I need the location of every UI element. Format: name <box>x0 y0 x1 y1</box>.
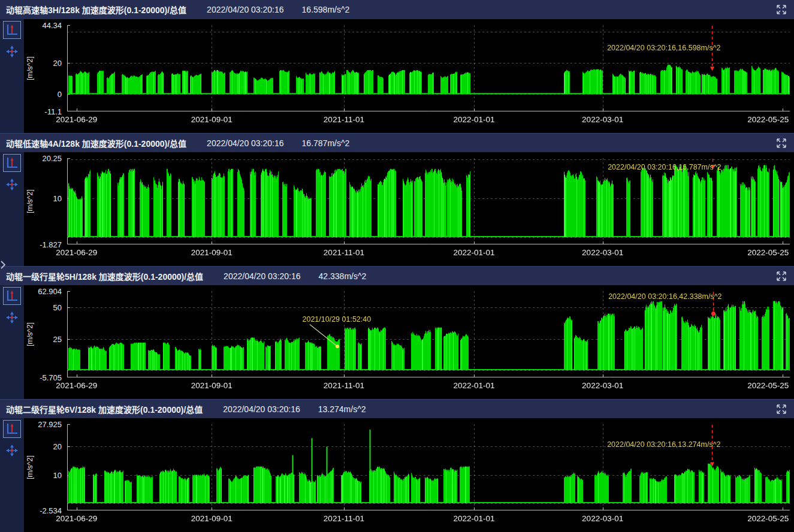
panel-header: 动辊高速轴3H/128k 加速度波形(0.1-20000)/总值 2022/04… <box>0 0 794 19</box>
x-tick-label: 2021-11-01 <box>324 248 364 257</box>
x-tick-label: 2022-01-01 <box>453 514 494 523</box>
pan-move-icon[interactable] <box>5 44 19 59</box>
x-tick-label: 2021-11-01 <box>324 381 364 390</box>
chart-toolbar <box>0 152 24 266</box>
autoscale-axis-icon[interactable] <box>3 21 21 39</box>
panel-body: [m/s^2] 27.9252010-2.534 2022/04/20 03:2… <box>0 418 794 532</box>
y-tick-label: 20 <box>53 442 62 451</box>
pan-move-icon[interactable] <box>5 443 19 458</box>
y-axis-tick-labels: 27.9252010-2.534 <box>34 424 64 510</box>
panel-overall-value: 16.598m/s^2 <box>302 5 350 14</box>
x-tick-label: 2021-11-01 <box>324 514 364 523</box>
panel-timestamp: 2022/04/20 03:20:16 <box>207 138 283 148</box>
x-tick-label: 2022-03-01 <box>582 115 623 124</box>
x-axis-tick-labels: 2021-06-292021-09-012021-11-012022-01-01… <box>67 115 790 127</box>
x-tick-label: 2022-01-01 <box>453 115 494 124</box>
panel-body: [m/s^2] 44.34200-11.1 2022/04/20 03:20:1… <box>0 19 794 133</box>
x-tick-label: 2022-01-01 <box>453 248 494 257</box>
x-axis-tick-labels: 2021-06-292021-09-012021-11-012022-01-01… <box>67 381 790 393</box>
y-axis-tick-labels: 20.2510-1.827 <box>34 158 64 244</box>
chart-toolbar <box>0 285 24 399</box>
panel-body: [m/s^2] 20.2510-1.827 2022/04/20 03:20:1… <box>0 152 794 266</box>
waveform-canvas <box>67 424 790 510</box>
x-tick-label: 2022-03-01 <box>582 381 623 390</box>
chart-panel: 动辊二级行星轮6V/128k 加速度波形(0.1-20000)/总值 2022/… <box>0 399 794 532</box>
x-tick-label: 2021-09-01 <box>191 514 233 523</box>
autoscale-axis-icon[interactable] <box>3 154 21 172</box>
chart-panel: 动辊低速轴4A/128k 加速度波形(0.1-20000)/总值 2022/04… <box>0 133 794 266</box>
plot-area[interactable]: 2022/04/20 03:20:16,13.274m/s^2 <box>67 424 790 510</box>
x-tick-label: 2021-06-29 <box>56 381 97 390</box>
x-tick-label: 2022-01-01 <box>453 381 494 390</box>
y-tick-label: 25 <box>53 334 62 343</box>
vibration-trend-dashboard: 动辊高速轴3H/128k 加速度波形(0.1-20000)/总值 2022/04… <box>0 0 794 532</box>
panel-title: 动辊高速轴3H/128k 加速度波形(0.1-20000)/总值 <box>6 4 186 16</box>
x-tick-label: 2021-09-01 <box>191 248 233 257</box>
panel-header: 动辊二级行星轮6V/128k 加速度波形(0.1-20000)/总值 2022/… <box>0 399 794 418</box>
x-tick-label: 2021-11-01 <box>324 115 364 124</box>
panel-title: 动辊二级行星轮6V/128k 加速度波形(0.1-20000)/总值 <box>6 403 203 415</box>
y-tick-label: 10 <box>53 194 62 202</box>
y-axis-unit-label: [m/s^2] <box>25 424 34 510</box>
y-tick-label: 50 <box>53 303 62 312</box>
x-tick-label: 2022-05-25 <box>747 514 789 523</box>
panel-overall-value: 13.274m/s^2 <box>318 404 366 414</box>
y-tick-label: 27.925 <box>38 420 62 429</box>
x-tick-label: 2021-06-29 <box>56 115 97 124</box>
pan-move-icon[interactable] <box>5 177 19 192</box>
x-tick-label: 2021-06-29 <box>56 514 97 523</box>
panel-header: 动辊一级行星轮5H/128k 加速度波形(0.1-20000)/总值 2022/… <box>0 266 794 285</box>
waveform-canvas <box>67 25 790 111</box>
autoscale-axis-icon[interactable] <box>3 287 21 305</box>
x-tick-label: 2022-05-25 <box>747 381 789 390</box>
expand-icon[interactable] <box>776 271 787 282</box>
panel-overall-value: 16.787m/s^2 <box>302 138 350 148</box>
x-tick-label: 2021-09-01 <box>191 115 233 124</box>
panel-overall-value: 42.338m/s^2 <box>319 271 367 281</box>
y-tick-label: 20 <box>53 59 62 68</box>
y-axis-tick-labels: 44.34200-11.1 <box>34 25 64 111</box>
waveform-canvas <box>67 291 790 377</box>
y-axis-unit-label: [m/s^2] <box>25 158 34 244</box>
panel-stack: 动辊高速轴3H/128k 加速度波形(0.1-20000)/总值 2022/04… <box>0 0 794 532</box>
expand-icon[interactable] <box>776 404 787 415</box>
x-axis-tick-labels: 2021-06-292021-09-012021-11-012022-01-01… <box>67 248 790 260</box>
chart-panel: 动辊高速轴3H/128k 加速度波形(0.1-20000)/总值 2022/04… <box>0 0 794 133</box>
panel-timestamp: 2022/04/20 03:20:16 <box>224 271 300 281</box>
panel-title: 动辊一级行星轮5H/128k 加速度波形(0.1-20000)/总值 <box>6 270 203 282</box>
y-tick-label: 62.904 <box>38 287 62 296</box>
plot-area[interactable]: 2022/04/20 03:20:16,42.338m/s^22021/10/2… <box>67 291 790 377</box>
y-tick-label: 20.25 <box>42 154 62 163</box>
y-tick-label: 0 <box>58 90 62 99</box>
expand-icon[interactable] <box>776 138 787 149</box>
y-axis-unit-label: [m/s^2] <box>25 25 34 111</box>
panel-header: 动辊低速轴4A/128k 加速度波形(0.1-20000)/总值 2022/04… <box>0 133 794 152</box>
chart-panel: 动辊一级行星轮5H/128k 加速度波形(0.1-20000)/总值 2022/… <box>0 266 794 399</box>
plot-area[interactable]: 2022/04/20 03:20:16,16.787m/s^2 <box>67 158 790 244</box>
chart-toolbar <box>0 19 24 133</box>
x-tick-label: 2022-03-01 <box>582 248 623 257</box>
chart-toolbar <box>0 418 24 532</box>
x-tick-label: 2022-05-25 <box>747 115 789 124</box>
x-axis-tick-labels: 2021-06-292021-09-012021-11-012022-01-01… <box>67 514 790 526</box>
y-axis-tick-labels: 62.9045025-5.705 <box>34 291 64 377</box>
panel-timestamp: 2022/04/20 03:20:16 <box>223 404 300 414</box>
x-tick-label: 2022-05-25 <box>747 248 789 257</box>
x-tick-label: 2022-03-01 <box>582 514 623 523</box>
x-tick-label: 2021-09-01 <box>191 381 233 390</box>
pan-move-icon[interactable] <box>5 310 19 325</box>
y-axis-unit-label: [m/s^2] <box>25 291 34 377</box>
sidebar-expand-chevron-icon[interactable] <box>0 260 6 272</box>
expand-icon[interactable] <box>776 4 787 15</box>
y-tick-label: 10 <box>53 470 62 479</box>
plot-area[interactable]: 2022/04/20 03:20:16,16.598m/s^2 <box>67 25 790 111</box>
panel-title: 动辊低速轴4A/128k 加速度波形(0.1-20000)/总值 <box>6 137 186 149</box>
autoscale-axis-icon[interactable] <box>3 420 21 438</box>
x-tick-label: 2021-06-29 <box>56 248 97 257</box>
y-tick-label: 44.34 <box>42 21 62 30</box>
waveform-canvas <box>67 158 790 244</box>
panel-timestamp: 2022/04/20 03:20:16 <box>207 5 283 14</box>
panel-body: [m/s^2] 62.9045025-5.705 2022/04/20 03:2… <box>0 285 794 399</box>
